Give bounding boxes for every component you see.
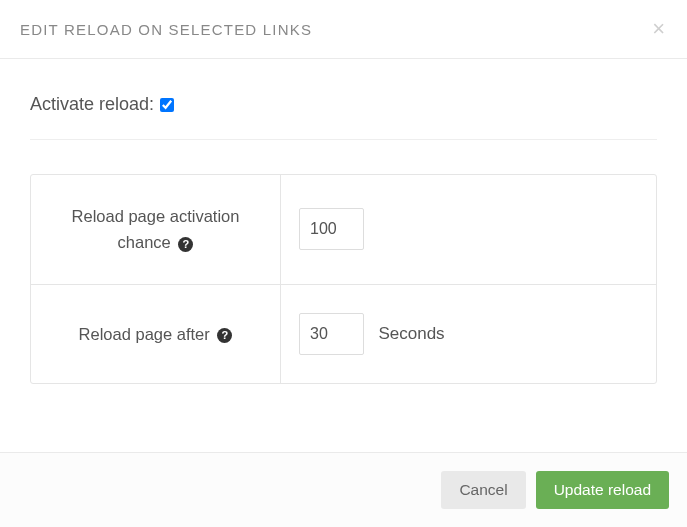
help-icon[interactable]: ? [217,328,232,343]
activation-chance-row: Reload page activation chance ? [31,175,656,285]
reload-after-input[interactable] [299,313,364,355]
reload-after-label: Reload page after [79,325,210,343]
reload-settings-table: Reload page activation chance ? Reload p… [30,174,657,384]
close-icon[interactable]: × [650,18,667,40]
activation-chance-input-cell [281,175,656,285]
help-icon[interactable]: ? [178,237,193,252]
activation-chance-input[interactable] [299,208,364,250]
activate-reload-row: Activate reload: [30,94,657,140]
cancel-button[interactable]: Cancel [441,471,525,509]
modal-footer: Cancel Update reload [0,452,687,527]
reload-after-label-cell: Reload page after ? [31,285,281,383]
reload-after-row: Reload page after ? Seconds [31,285,656,383]
modal-title: EDIT RELOAD ON SELECTED LINKS [20,21,312,38]
modal-header: EDIT RELOAD ON SELECTED LINKS × [0,0,687,59]
activate-reload-checkbox[interactable] [160,98,174,112]
update-reload-button[interactable]: Update reload [536,471,669,509]
modal-body: Activate reload: Reload page activation … [0,59,687,452]
reload-after-unit: Seconds [378,324,444,343]
activate-reload-label: Activate reload: [30,94,154,115]
reload-after-input-cell: Seconds [281,285,656,383]
activation-chance-label-cell: Reload page activation chance ? [31,175,281,285]
edit-reload-modal: EDIT RELOAD ON SELECTED LINKS × Activate… [0,0,687,527]
activation-chance-label: Reload page activation chance [72,207,240,251]
